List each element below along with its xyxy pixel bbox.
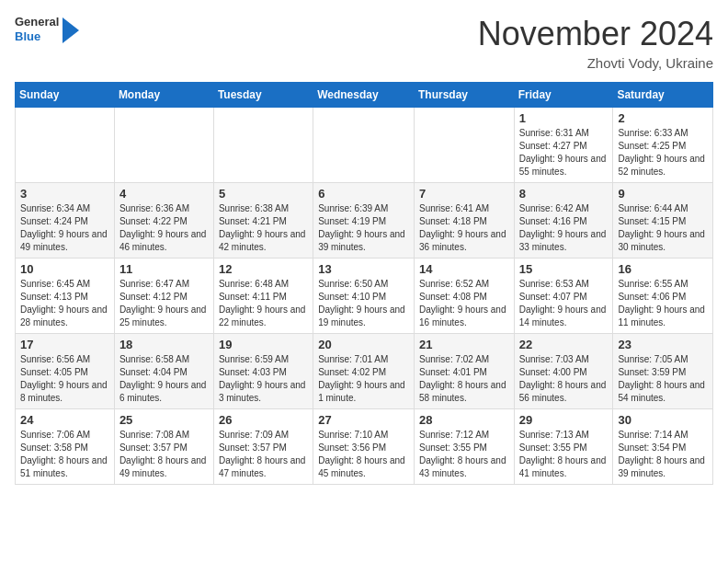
calendar-cell: 6Sunrise: 6:39 AM Sunset: 4:19 PM Daylig…: [313, 183, 415, 259]
calendar-cell: 13Sunrise: 6:50 AM Sunset: 4:10 PM Dayli…: [313, 259, 415, 334]
calendar-cell: 25Sunrise: 7:08 AM Sunset: 3:57 PM Dayli…: [114, 409, 213, 485]
day-number: 7: [419, 187, 509, 201]
days-row: SundayMondayTuesdayWednesdayThursdayFrid…: [16, 83, 713, 108]
day-number: 27: [318, 413, 409, 427]
day-info: Sunrise: 6:33 AM Sunset: 4:25 PM Dayligh…: [618, 127, 708, 178]
day-number: 22: [519, 338, 609, 351]
day-number: 17: [20, 338, 109, 351]
calendar-cell: 5Sunrise: 6:38 AM Sunset: 4:21 PM Daylig…: [213, 183, 313, 259]
day-info: Sunrise: 6:45 AM Sunset: 4:13 PM Dayligh…: [20, 278, 109, 329]
calendar-cell: 9Sunrise: 6:44 AM Sunset: 4:15 PM Daylig…: [613, 183, 713, 259]
day-number: 14: [419, 262, 509, 276]
day-number: 8: [519, 187, 609, 201]
header-thursday: Thursday: [414, 83, 514, 108]
page-header: General Blue November 2024 Zhovti Vody, …: [15, 15, 713, 71]
calendar-cell: 8Sunrise: 6:42 AM Sunset: 4:16 PM Daylig…: [514, 183, 613, 259]
calendar-week-row: 1Sunrise: 6:31 AM Sunset: 4:27 PM Daylig…: [16, 108, 713, 183]
day-info: Sunrise: 6:39 AM Sunset: 4:19 PM Dayligh…: [318, 202, 409, 254]
header-tuesday: Tuesday: [213, 83, 313, 108]
day-info: Sunrise: 6:36 AM Sunset: 4:22 PM Dayligh…: [119, 202, 209, 254]
calendar-cell: [213, 108, 313, 183]
logo-general: General: [15, 15, 59, 29]
header-sunday: Sunday: [16, 83, 115, 108]
calendar-body: 1Sunrise: 6:31 AM Sunset: 4:27 PM Daylig…: [16, 108, 713, 485]
calendar-cell: 22Sunrise: 7:03 AM Sunset: 4:00 PM Dayli…: [514, 334, 613, 409]
day-number: 24: [20, 413, 109, 427]
day-info: Sunrise: 6:31 AM Sunset: 4:27 PM Dayligh…: [519, 127, 609, 178]
day-number: 28: [419, 413, 509, 427]
calendar-cell: [313, 108, 415, 183]
calendar-table: SundayMondayTuesdayWednesdayThursdayFrid…: [15, 82, 713, 485]
month-title: November 2024: [478, 15, 713, 53]
calendar-cell: 16Sunrise: 6:55 AM Sunset: 4:06 PM Dayli…: [613, 259, 713, 334]
day-number: 2: [618, 111, 708, 125]
day-info: Sunrise: 7:09 AM Sunset: 3:57 PM Dayligh…: [219, 429, 308, 480]
calendar-cell: [114, 108, 213, 183]
day-number: 4: [119, 187, 209, 201]
day-info: Sunrise: 7:12 AM Sunset: 3:55 PM Dayligh…: [419, 429, 509, 480]
day-number: 21: [419, 338, 509, 351]
day-number: 20: [318, 338, 409, 351]
day-info: Sunrise: 7:01 AM Sunset: 4:02 PM Dayligh…: [318, 353, 409, 405]
day-number: 15: [519, 262, 609, 276]
calendar-cell: 27Sunrise: 7:10 AM Sunset: 3:56 PM Dayli…: [313, 409, 415, 485]
day-number: 1: [519, 111, 609, 125]
calendar-cell: 23Sunrise: 7:05 AM Sunset: 3:59 PM Dayli…: [613, 334, 713, 409]
day-number: 10: [20, 262, 109, 276]
day-number: 12: [219, 262, 308, 276]
day-info: Sunrise: 7:08 AM Sunset: 3:57 PM Dayligh…: [119, 429, 209, 480]
day-info: Sunrise: 7:14 AM Sunset: 3:54 PM Dayligh…: [618, 429, 708, 480]
calendar-header: SundayMondayTuesdayWednesdayThursdayFrid…: [16, 83, 713, 108]
header-wednesday: Wednesday: [313, 83, 415, 108]
day-info: Sunrise: 7:03 AM Sunset: 4:00 PM Dayligh…: [519, 353, 609, 405]
day-number: 6: [318, 187, 409, 201]
day-number: 16: [618, 262, 708, 276]
day-number: 25: [119, 413, 209, 427]
day-number: 3: [20, 187, 109, 201]
calendar-cell: 12Sunrise: 6:48 AM Sunset: 4:11 PM Dayli…: [213, 259, 313, 334]
logo-text: General Blue: [15, 15, 59, 43]
calendar-cell: 17Sunrise: 6:56 AM Sunset: 4:05 PM Dayli…: [16, 334, 115, 409]
header-friday: Friday: [514, 83, 613, 108]
day-info: Sunrise: 6:34 AM Sunset: 4:24 PM Dayligh…: [20, 202, 109, 254]
day-number: 18: [119, 338, 209, 351]
day-info: Sunrise: 7:05 AM Sunset: 3:59 PM Dayligh…: [618, 353, 708, 405]
day-info: Sunrise: 6:56 AM Sunset: 4:05 PM Dayligh…: [20, 353, 109, 405]
calendar-cell: 7Sunrise: 6:41 AM Sunset: 4:18 PM Daylig…: [414, 183, 514, 259]
calendar-week-row: 17Sunrise: 6:56 AM Sunset: 4:05 PM Dayli…: [16, 334, 713, 409]
calendar-week-row: 3Sunrise: 6:34 AM Sunset: 4:24 PM Daylig…: [16, 183, 713, 259]
day-number: 23: [618, 338, 708, 351]
calendar-cell: 21Sunrise: 7:02 AM Sunset: 4:01 PM Dayli…: [414, 334, 514, 409]
logo-arrow-icon: [63, 17, 79, 43]
day-number: 9: [618, 187, 708, 201]
day-number: 19: [219, 338, 308, 351]
logo-blue: Blue: [15, 29, 59, 44]
day-info: Sunrise: 6:55 AM Sunset: 4:06 PM Dayligh…: [618, 278, 708, 329]
day-number: 13: [318, 262, 409, 276]
calendar-cell: 3Sunrise: 6:34 AM Sunset: 4:24 PM Daylig…: [16, 183, 115, 259]
day-info: Sunrise: 6:50 AM Sunset: 4:10 PM Dayligh…: [318, 278, 409, 329]
calendar-cell: 18Sunrise: 6:58 AM Sunset: 4:04 PM Dayli…: [114, 334, 213, 409]
title-area: November 2024 Zhovti Vody, Ukraine: [478, 15, 713, 71]
day-number: 11: [119, 262, 209, 276]
calendar-cell: 14Sunrise: 6:52 AM Sunset: 4:08 PM Dayli…: [414, 259, 514, 334]
header-saturday: Saturday: [613, 83, 713, 108]
day-number: 5: [219, 187, 308, 201]
calendar-cell: 2Sunrise: 6:33 AM Sunset: 4:25 PM Daylig…: [613, 108, 713, 183]
day-number: 26: [219, 413, 308, 427]
header-monday: Monday: [114, 83, 213, 108]
calendar-cell: 30Sunrise: 7:14 AM Sunset: 3:54 PM Dayli…: [613, 409, 713, 485]
day-number: 29: [519, 413, 609, 427]
logo: General Blue: [15, 15, 79, 43]
day-info: Sunrise: 7:06 AM Sunset: 3:58 PM Dayligh…: [20, 429, 109, 480]
calendar-cell: 1Sunrise: 6:31 AM Sunset: 4:27 PM Daylig…: [514, 108, 613, 183]
day-info: Sunrise: 6:59 AM Sunset: 4:03 PM Dayligh…: [219, 353, 308, 405]
calendar-cell: 29Sunrise: 7:13 AM Sunset: 3:55 PM Dayli…: [514, 409, 613, 485]
day-info: Sunrise: 6:42 AM Sunset: 4:16 PM Dayligh…: [519, 202, 609, 254]
calendar-cell: 26Sunrise: 7:09 AM Sunset: 3:57 PM Dayli…: [213, 409, 313, 485]
calendar-week-row: 10Sunrise: 6:45 AM Sunset: 4:13 PM Dayli…: [16, 259, 713, 334]
calendar-cell: [414, 108, 514, 183]
calendar-cell: 4Sunrise: 6:36 AM Sunset: 4:22 PM Daylig…: [114, 183, 213, 259]
day-info: Sunrise: 6:44 AM Sunset: 4:15 PM Dayligh…: [618, 202, 708, 254]
day-info: Sunrise: 6:41 AM Sunset: 4:18 PM Dayligh…: [419, 202, 509, 254]
